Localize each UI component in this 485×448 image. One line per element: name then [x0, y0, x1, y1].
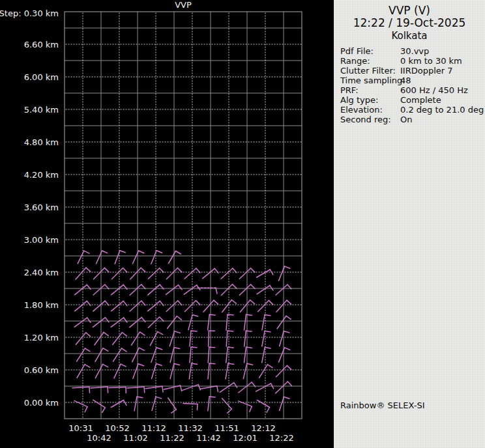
wind-barb-shaft — [76, 333, 85, 344]
wind-barb-shaft — [130, 285, 141, 295]
wind-barb-tick — [156, 348, 162, 350]
wind-barb-tick — [87, 318, 91, 322]
wind-barb-tick — [144, 387, 145, 393]
wind-barb-shaft — [222, 300, 232, 313]
wind-barb-shaft — [190, 347, 191, 363]
site-name: Kolkata — [334, 29, 485, 42]
wind-barb-tick — [270, 285, 273, 290]
field-time-sampling: Time sampling: 48 — [334, 76, 485, 85]
wind-barb-shaft — [170, 347, 174, 362]
wind-barb-tick — [103, 364, 108, 367]
wind-barb-tick — [196, 301, 200, 305]
wind-barb-shaft — [203, 268, 214, 278]
wind-barb-shaft — [257, 270, 271, 277]
wind-barb-shaft — [74, 318, 87, 327]
field-label: PRF: — [340, 85, 359, 95]
field-label: Range: — [340, 56, 370, 66]
wind-barb-shaft — [188, 315, 192, 329]
wind-barb-tick — [287, 382, 291, 385]
wind-barb-shaft — [130, 301, 141, 311]
y-axis-tick-label: 4.80 km — [24, 137, 59, 147]
wind-barb-tick — [191, 331, 197, 331]
wind-barb-tick — [251, 268, 255, 272]
wind-barb-shaft — [184, 285, 196, 294]
field-value: 600 Hz / 450 Hz — [400, 85, 468, 95]
wind-barb-tick — [86, 333, 91, 337]
wind-barb-shaft — [78, 251, 84, 264]
x-axis-tick-label: 11:22 — [160, 433, 184, 443]
x-axis-tick-label: 12:01 — [233, 433, 257, 443]
wind-barb-tick — [285, 348, 290, 350]
wind-barb-shaft — [258, 300, 269, 311]
wind-barb-shaft — [151, 251, 156, 264]
wind-barb-shaft — [111, 285, 123, 294]
wind-barb-shaft — [209, 331, 209, 346]
wind-barb-shaft — [262, 347, 265, 363]
wind-barb-shaft — [184, 268, 196, 279]
wind-barb-tick — [156, 364, 162, 366]
field-value: 30.vvp — [400, 46, 429, 56]
x-axis-tick-label: 11:51 — [214, 423, 239, 433]
wind-barb-shaft — [91, 387, 108, 388]
wind-barb-tick — [209, 315, 215, 315]
wind-barb-shaft — [256, 384, 271, 391]
wind-barb-shaft — [113, 348, 122, 361]
wind-barb-shaft — [208, 315, 210, 330]
wind-barb-shaft — [77, 365, 85, 378]
wind-barb-shaft — [226, 363, 228, 379]
wind-barb-shaft — [127, 387, 144, 388]
wind-barb-tick — [246, 331, 252, 331]
wind-barb-tick — [178, 268, 182, 272]
wind-barb-shaft — [226, 315, 228, 330]
x-axis-tick-label: 11:32 — [178, 423, 202, 433]
wind-barb-shaft — [168, 316, 177, 329]
wind-barb-shaft — [226, 331, 228, 346]
wind-barb-tick — [287, 300, 291, 304]
wind-barb-tick — [265, 331, 271, 332]
wind-barb-tick — [86, 268, 91, 272]
wind-barb-tick — [102, 251, 108, 253]
wind-barb-field — [72, 251, 292, 413]
field-value: On — [400, 115, 412, 124]
field-label: Second reg: — [340, 115, 391, 124]
wind-barb-tick — [139, 251, 144, 253]
wind-barb-shaft — [169, 251, 176, 264]
wind-barb-shaft — [75, 301, 87, 311]
wind-barb-shaft — [112, 268, 123, 279]
y-axis-tick-label: 3.00 km — [24, 235, 59, 245]
field-value: 48 — [400, 76, 411, 85]
wind-barb-tick — [141, 268, 145, 272]
wind-barb-shaft — [152, 397, 156, 410]
wind-barb-shaft — [134, 397, 137, 411]
wind-barb-tick — [108, 387, 108, 393]
wind-barb-shaft — [95, 364, 102, 378]
product-parameters: Pdf File: 30.vvp Range: 0 km to 30 km Cl… — [334, 46, 485, 124]
wind-barb-tick — [286, 316, 291, 319]
wind-barb-tick — [160, 268, 164, 272]
x-axis-tick-label: 10:31 — [68, 423, 93, 433]
wind-barb-tick — [251, 285, 255, 288]
wind-barb-shaft — [76, 268, 86, 279]
wind-barb-shaft — [130, 268, 141, 279]
wind-barb-tick — [85, 407, 87, 412]
wind-barb-tick — [247, 363, 253, 365]
wind-barb-tick — [228, 409, 232, 413]
wind-barb-tick — [120, 251, 125, 253]
wind-barb-tick — [192, 315, 198, 316]
field-value: 0 km to 30 km — [400, 56, 462, 66]
wind-barb-tick — [84, 251, 89, 253]
wind-barb-shaft — [148, 301, 160, 311]
wind-barb-shaft — [220, 383, 234, 393]
wind-barb-shaft — [276, 365, 287, 376]
wind-barb-shaft — [262, 331, 265, 346]
wind-barb-shaft — [111, 301, 124, 311]
y-axis-tick-label: 6.00 km — [24, 72, 59, 82]
wind-barb-shaft — [239, 268, 250, 279]
field-label: Pdf File: — [340, 46, 374, 56]
wind-barb-tick — [284, 331, 289, 333]
wind-barb-tick — [209, 347, 215, 348]
vvp-chart-region: VVPStep: 0.30 km6.60 km6.00 km5.40 km4.8… — [0, 0, 334, 448]
wind-barb-tick — [102, 408, 106, 413]
wind-barb-shaft — [148, 317, 159, 328]
field-label: Clutter Filter: — [340, 66, 396, 76]
